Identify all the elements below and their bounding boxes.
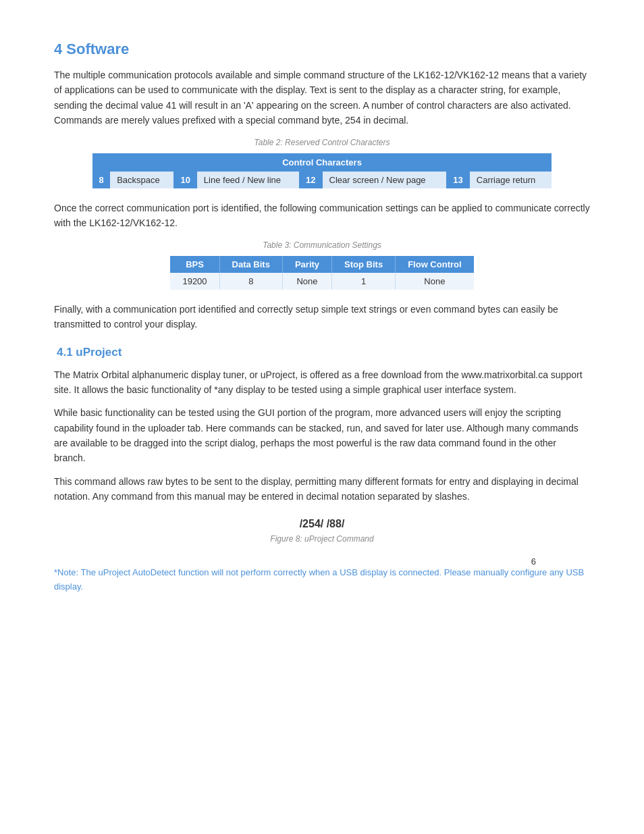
control-chars-data-row: 8 Backspace 10 Line feed / New line 12 C… xyxy=(92,172,552,188)
comm-settings-table: BPS Data Bits Parity Stop Bits Flow Cont… xyxy=(170,256,473,290)
char-label-carriagereturn: Carriage return xyxy=(470,172,552,188)
comm-table-wrapper: BPS Data Bits Parity Stop Bits Flow Cont… xyxy=(54,256,590,290)
section41-para1: The Matrix Orbital alphanumeric display … xyxy=(54,367,590,398)
section4-title: 4 Software xyxy=(54,41,590,58)
control-chars-table-wrapper: Control Characters 8 Backspace 10 Line f… xyxy=(54,153,590,188)
figure8-caption: Figure 8: uProject Command xyxy=(54,533,590,546)
page-number: 6 xyxy=(531,556,536,567)
comm-header-parity: Parity xyxy=(282,256,331,273)
comm-header-row: BPS Data Bits Parity Stop Bits Flow Cont… xyxy=(170,256,473,273)
comm-header-flowcontrol: Flow Control xyxy=(396,256,474,273)
section41-para3: This command allows raw bytes to be sent… xyxy=(54,474,590,504)
comm-data-row: 19200 8 None 1 None xyxy=(170,273,473,290)
comm-header-bps: BPS xyxy=(170,256,219,273)
comm-data-databits: 8 xyxy=(219,273,282,290)
section41-title: 4.1 uProject xyxy=(54,346,590,359)
char-label-backspace: Backspace xyxy=(110,172,173,188)
control-chars-table: Control Characters 8 Backspace 10 Line f… xyxy=(92,153,552,188)
note-text: *Note: The uProject AutoDetect function … xyxy=(54,566,590,594)
table2-caption: Table 2: Reserved Control Characters xyxy=(54,136,590,149)
char-label-clearscreen: Clear screen / New page xyxy=(323,172,447,188)
control-chars-header-row: Control Characters xyxy=(92,153,552,172)
comm-data-parity: None xyxy=(282,273,331,290)
control-chars-header: Control Characters xyxy=(92,153,552,172)
comm-data-bps: 19200 xyxy=(170,273,219,290)
char-num-8: 8 xyxy=(92,172,110,188)
section41-para2: While basic functionality can be tested … xyxy=(54,405,590,466)
section4-para2: Once the correct communication port is i… xyxy=(54,201,590,231)
section4-para3: Finally, with a communication port ident… xyxy=(54,302,590,332)
comm-header-stopbits: Stop Bits xyxy=(332,256,396,273)
uproject-command-display: /254/ /88/ xyxy=(54,518,590,530)
table3-caption: Table 3: Communication Settings xyxy=(54,239,590,252)
section4-para1: The multiple communication protocols ava… xyxy=(54,68,590,128)
char-label-linefeed: Line feed / New line xyxy=(197,172,299,188)
comm-data-flowcontrol: None xyxy=(396,273,474,290)
comm-header-databits: Data Bits xyxy=(219,256,282,273)
char-num-12: 12 xyxy=(299,172,322,188)
char-num-10: 10 xyxy=(173,172,196,188)
comm-data-stopbits: 1 xyxy=(332,273,396,290)
char-num-13: 13 xyxy=(446,172,469,188)
